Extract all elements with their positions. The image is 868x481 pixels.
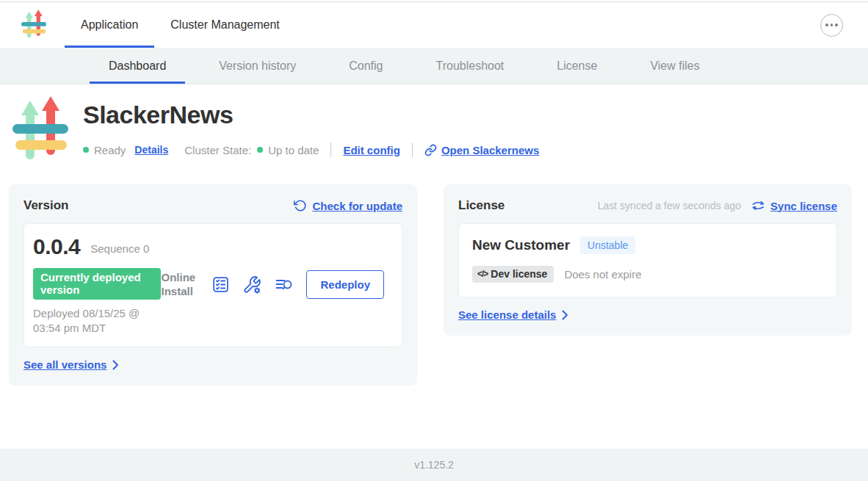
see-all-versions-link[interactable]: See all versions	[23, 358, 106, 371]
deployed-status-badge: Currently deployed version	[33, 268, 161, 300]
app-status-label: Ready	[94, 144, 126, 156]
divider	[330, 142, 331, 157]
app-logo-icon-large	[11, 96, 70, 165]
tab-view-files-label: View files	[650, 59, 699, 73]
version-number: 0.0.4	[33, 234, 80, 259]
app-logo-icon	[21, 10, 47, 40]
tab-config-label: Config	[349, 59, 383, 73]
tab-license[interactable]: License	[530, 48, 623, 84]
channel-badge: Unstable	[580, 236, 635, 254]
tab-license-label: License	[557, 59, 597, 73]
external-link-icon	[424, 144, 437, 156]
redeploy-button[interactable]: Redeploy	[306, 270, 384, 299]
version-card-header: Version Check for update	[23, 198, 402, 213]
page-title: SlackerNews	[83, 101, 539, 129]
app-status-row: Ready Details Cluster State: Up to date …	[83, 142, 539, 157]
tab-view-files[interactable]: View files	[623, 48, 726, 84]
tab-dashboard[interactable]: Dashboard	[82, 48, 192, 84]
tab-application-label: Application	[81, 18, 138, 32]
tab-dashboard-label: Dashboard	[109, 59, 166, 73]
app-header-text: SlackerNews Ready Details Cluster State:…	[83, 96, 539, 165]
current-version-panel: 0.0.4 Sequence 0 Currently deployed vers…	[23, 223, 402, 347]
preflight-checks-icon[interactable]	[211, 275, 230, 294]
tab-troubleshoot[interactable]: Troubleshoot	[409, 48, 530, 84]
license-card-header: License Last synced a few seconds ago Sy…	[458, 198, 837, 213]
check-for-update-link[interactable]: Check for update	[312, 200, 402, 212]
customer-name: New Customer	[472, 237, 570, 253]
app-status-dot	[83, 147, 89, 153]
cluster-state-label: Cluster State:	[184, 144, 251, 156]
tab-cluster-management-label: Cluster Management	[170, 18, 280, 32]
version-info: 0.0.4 Sequence 0 Currently deployed vers…	[33, 234, 161, 335]
check-for-update-action[interactable]: Check for update	[294, 199, 402, 212]
license-type-label: Dev license	[491, 268, 547, 280]
configure-icon[interactable]	[242, 275, 261, 294]
see-license-details-action[interactable]: See license details	[458, 308, 837, 321]
sync-license-link[interactable]: Sync license	[770, 200, 837, 212]
view-logs-icon[interactable]	[274, 276, 294, 294]
license-type-badge: </> Dev license	[472, 266, 554, 283]
dashboard-cards-row: Version Check for update 0.0.4 Sequence …	[0, 165, 868, 386]
deployed-timestamp: Deployed 08/15/25 @ 03:54 pm MDT	[33, 306, 161, 335]
license-card-title: License	[458, 198, 504, 213]
version-actions: Online Install	[161, 270, 390, 299]
refresh-icon	[294, 199, 307, 212]
license-detail-panel: New Customer Unstable </> Dev license Do…	[458, 223, 837, 297]
admin-console-page: Application Cluster Management Dashboard…	[0, 0, 868, 481]
install-type-label: Online Install	[161, 271, 199, 299]
sequence-label: Sequence 0	[90, 242, 149, 255]
open-app-link[interactable]: Open Slackernews	[424, 144, 539, 156]
license-card: License Last synced a few seconds ago Sy…	[444, 184, 852, 336]
license-expiry-label: Does not expire	[564, 268, 641, 281]
chevron-right-icon	[562, 310, 568, 320]
edit-config-link[interactable]: Edit config	[343, 144, 400, 156]
console-version-label: v1.125.2	[414, 459, 454, 471]
see-all-versions-action[interactable]: See all versions	[23, 358, 402, 371]
chevron-right-icon	[112, 360, 119, 370]
tab-config[interactable]: Config	[322, 48, 409, 84]
code-icon: </>	[477, 269, 488, 279]
version-card: Version Check for update 0.0.4 Sequence …	[9, 184, 417, 386]
tab-cluster-management[interactable]: Cluster Management	[154, 2, 296, 48]
top-nav-bar: Application Cluster Management	[0, 2, 868, 48]
last-synced-label: Last synced a few seconds ago	[598, 200, 741, 211]
tab-troubleshoot-label: Troubleshoot	[435, 59, 504, 73]
tab-version-history[interactable]: Version history	[192, 48, 322, 84]
tab-application[interactable]: Application	[65, 2, 154, 48]
app-sub-nav: Dashboard Version history Config Trouble…	[0, 48, 868, 84]
tab-version-history-label: Version history	[219, 59, 296, 73]
see-license-details-link[interactable]: See license details	[458, 308, 556, 321]
top-nav-spacer	[296, 2, 820, 48]
app-header: SlackerNews Ready Details Cluster State:…	[0, 84, 868, 165]
top-tab-group: Application Cluster Management	[65, 2, 296, 48]
sync-license-action[interactable]: Sync license	[751, 200, 837, 212]
ellipsis-menu-icon[interactable]	[820, 14, 843, 37]
cluster-state-value: Up to date	[268, 144, 319, 156]
cluster-status-dot	[257, 147, 263, 153]
status-details-link[interactable]: Details	[134, 144, 168, 156]
sync-icon	[751, 200, 765, 211]
open-app-link-label: Open Slackernews	[441, 144, 539, 156]
console-footer: v1.125.2	[0, 449, 868, 481]
divider	[412, 142, 413, 157]
version-card-title: Version	[23, 198, 68, 213]
